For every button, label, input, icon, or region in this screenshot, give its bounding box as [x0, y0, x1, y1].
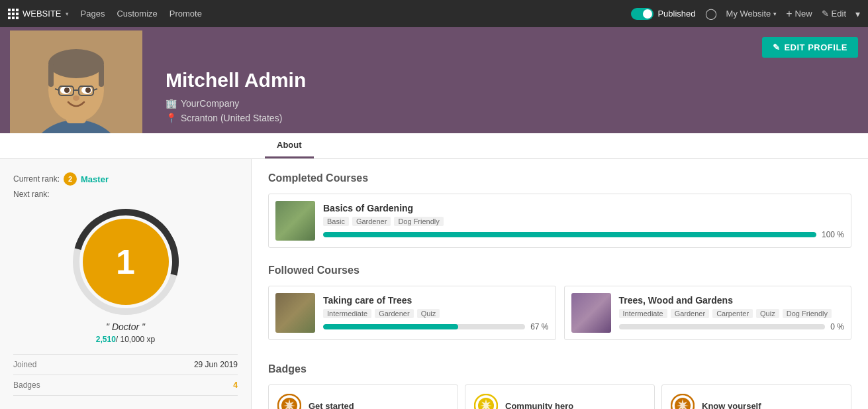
course-tags-basics: Basic Gardener Dog Friendly [323, 217, 844, 226]
svg-point-9 [64, 88, 70, 93]
mobile-icon[interactable]: ◯ [705, 7, 717, 20]
toggle-thumb [643, 9, 652, 19]
nav-customize[interactable]: Customize [117, 9, 157, 19]
xp-display: 2,510/ 10,000 xp [13, 335, 238, 344]
followed-courses-section: Followed Courses Taking care of Trees In… [268, 264, 851, 347]
progress-pct-basics: 100 % [822, 230, 844, 239]
profile-company: 🏢 YourCompany [166, 98, 855, 109]
badge-name-community-hero: Community hero [505, 401, 573, 410]
progress-fill-basics [323, 232, 816, 237]
course-card-wood: Trees, Wood and Gardens Intermediate Gar… [564, 286, 852, 340]
progress-track-trees [323, 324, 525, 329]
stats-joined: Joined 29 Jun 2019 [13, 355, 238, 375]
badge-name-get-started: Get started [309, 401, 354, 410]
plus-icon: + [786, 8, 792, 20]
xp-max: 10,000 xp [120, 335, 155, 344]
stats-table: Joined 29 Jun 2019 Badges 4 [13, 354, 238, 396]
profile-name: Mitchell Admin [166, 69, 855, 91]
course-info-trees: Taking care of Trees Intermediate Garden… [323, 295, 549, 331]
tabs-bar: About [0, 133, 868, 159]
followed-courses-grid: Taking care of Trees Intermediate Garden… [268, 286, 851, 347]
svg-rect-5 [48, 64, 54, 87]
edit-icon: ✎ [822, 9, 829, 19]
main-layout: Current rank: 2 Master Next rank: 1 " Do… [0, 159, 868, 409]
rank-number: 1 [116, 245, 135, 279]
completed-courses-section: Completed Courses Basics of Gardening Ba… [268, 172, 851, 248]
svg-rect-6 [99, 64, 104, 87]
course-info-wood: Trees, Wood and Gardens Intermediate Gar… [619, 295, 845, 331]
tag-dog-friendly: Dog Friendly [394, 217, 443, 226]
grid-icon [8, 9, 19, 19]
tag-gardener: Gardener [352, 217, 391, 226]
my-website-button[interactable]: My Website ▾ [726, 9, 777, 19]
nav-pages[interactable]: Pages [81, 9, 105, 19]
toggle-track[interactable] [631, 8, 653, 20]
top-navigation: WEBSITE ▾ Pages Customize Promote Publis… [0, 0, 868, 27]
progress-track-wood [619, 324, 826, 329]
badges-title: Badges [268, 363, 851, 375]
nav-promote[interactable]: Promote [169, 9, 202, 19]
progress-track-basics [323, 232, 816, 237]
course-name-trees[interactable]: Taking care of Trees [323, 295, 549, 306]
xp-current: 2,510 [96, 335, 116, 344]
completed-courses-list: Basics of Gardening Basic Gardener Dog F… [268, 194, 851, 248]
badge-icon-get-started [277, 393, 302, 409]
badge-know-yourself: Know yourself [661, 384, 851, 409]
badge-icon-know-yourself [670, 393, 695, 409]
nav-right: Published ◯ My Website ▾ + New ✎ Edit ▾ [631, 7, 860, 20]
course-card-basics: Basics of Gardening Basic Gardener Dog F… [268, 194, 851, 248]
new-button[interactable]: + New [786, 8, 812, 20]
course-tags-trees: Intermediate Gardener Quiz [323, 309, 549, 318]
edit-button[interactable]: ✎ Edit [822, 9, 846, 19]
current-rank: Current rank: 2 Master [13, 172, 109, 186]
progress-row-trees: 67 % [323, 322, 549, 331]
course-thumb-basics [275, 201, 315, 241]
profile-avatar [0, 30, 152, 133]
tag-dog-friendly-2: Dog Friendly [783, 309, 832, 318]
tag-gardener-2: Gardener [671, 309, 709, 318]
profile-info: Mitchell Admin 🏢 YourCompany 📍 Scranton … [152, 56, 868, 133]
rank-name: Master [81, 174, 109, 184]
progress-fill-trees [323, 324, 458, 329]
badges-label: Badges [13, 380, 40, 390]
rank-section: Current rank: 2 Master Next rank: [13, 172, 238, 199]
badge-get-started: Get started [268, 384, 458, 409]
nav-more-icon[interactable]: ▾ [855, 9, 860, 19]
tag-intermediate-2: Intermediate [619, 309, 667, 318]
badges-value: 4 [233, 380, 238, 390]
next-rank-label: Next rank: [13, 190, 50, 199]
badge-icon-community-hero [473, 393, 499, 409]
website-brand[interactable]: WEBSITE ▾ [8, 9, 69, 19]
badges-grid: Get started Community hero [268, 384, 851, 409]
course-name-basics[interactable]: Basics of Gardening [323, 203, 844, 213]
rank-circle: 1 [73, 209, 179, 315]
course-info-basics: Basics of Gardening Basic Gardener Dog F… [323, 203, 844, 239]
stats-badges: Badges 4 [13, 375, 238, 396]
tag-intermediate-1: Intermediate [323, 309, 371, 318]
tab-about[interactable]: About [265, 133, 314, 158]
progress-pct-wood: 0 % [830, 322, 844, 331]
tag-basic: Basic [323, 217, 349, 226]
rank-inner: 1 [83, 219, 169, 305]
course-thumb-wood [571, 293, 611, 333]
profile-header: Mitchell Admin 🏢 YourCompany 📍 Scranton … [0, 27, 868, 133]
progress-row-wood: 0 % [619, 322, 845, 331]
current-rank-label: Current rank: [13, 174, 60, 184]
tag-quiz-2: Quiz [756, 309, 779, 318]
joined-value: 29 Jun 2019 [194, 360, 238, 369]
published-label: Published [657, 9, 695, 19]
doctor-title: " Doctor " [13, 321, 238, 332]
rank-badge: 2 [64, 172, 77, 186]
badges-section: Badges Get started [268, 363, 851, 409]
svg-point-10 [85, 88, 91, 93]
course-name-wood[interactable]: Trees, Wood and Gardens [619, 295, 845, 306]
course-tags-wood: Intermediate Gardener Carpenter Quiz Dog… [619, 309, 845, 318]
badge-name-know-yourself: Know yourself [702, 401, 761, 410]
edit-profile-button[interactable]: ✎ EDIT PROFILE [762, 37, 858, 58]
main-content: Completed Courses Basics of Gardening Ba… [252, 159, 868, 409]
sidebar: Current rank: 2 Master Next rank: 1 " Do… [0, 159, 252, 409]
rank-circle-container: 1 [13, 209, 238, 315]
published-toggle[interactable]: Published [631, 8, 695, 20]
badge-community-hero: Community hero [465, 384, 655, 409]
progress-row-basics: 100 % [323, 230, 844, 239]
